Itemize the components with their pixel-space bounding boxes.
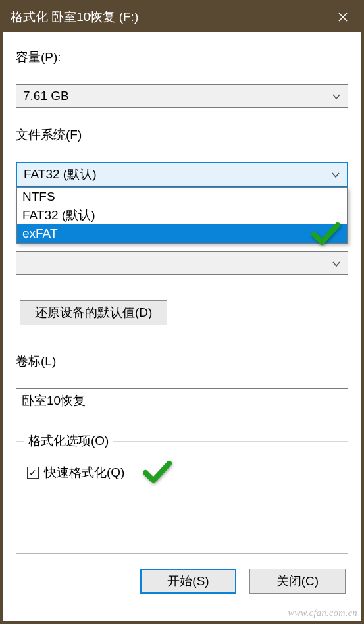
close-button[interactable]: 关闭(C) — [249, 569, 346, 594]
close-icon — [338, 13, 348, 22]
annotation-check-icon — [143, 461, 172, 483]
window-close-button[interactable] — [325, 3, 361, 32]
allocation-dropdown[interactable] — [16, 251, 348, 275]
divider — [16, 553, 348, 554]
volume-label: 卷标(L) — [16, 353, 348, 370]
titlebar: 格式化 卧室10恢复 (F:) — [3, 3, 361, 32]
chevron-down-icon — [332, 89, 341, 103]
filesystem-value: FAT32 (默认) — [24, 166, 97, 183]
capacity-dropdown[interactable]: 7.61 GB — [16, 84, 348, 108]
filesystem-option-fat32[interactable]: FAT32 (默认) — [17, 206, 347, 224]
quick-format-label: 快速格式化(Q) — [44, 464, 124, 481]
format-options-legend: 格式化选项(O) — [24, 432, 113, 450]
filesystem-option-ntfs[interactable]: NTFS — [17, 188, 347, 206]
chevron-down-icon — [331, 167, 340, 182]
chevron-down-icon — [332, 256, 341, 271]
watermark: www.cfan.com.cn — [288, 608, 357, 619]
filesystem-dropdown[interactable]: FAT32 (默认) NTFS FAT32 (默认) exFAT — [16, 162, 348, 187]
format-options-group: 格式化选项(O) ✓ 快速格式化(Q) — [16, 441, 348, 521]
capacity-value: 7.61 GB — [23, 89, 69, 103]
checkbox-checked-icon: ✓ — [27, 467, 39, 479]
filesystem-label: 文件系统(F) — [16, 126, 348, 143]
capacity-label: 容量(P): — [16, 49, 348, 66]
filesystem-option-exfat[interactable]: exFAT — [17, 224, 347, 243]
filesystem-dropdown-panel: NTFS FAT32 (默认) exFAT — [16, 187, 348, 244]
quick-format-checkbox[interactable]: ✓ 快速格式化(Q) — [27, 464, 337, 481]
start-button[interactable]: 开始(S) — [140, 569, 236, 594]
restore-defaults-button[interactable]: 还原设备的默认值(D) — [20, 300, 167, 325]
annotation-check-icon — [311, 222, 340, 245]
volume-input[interactable] — [16, 388, 348, 413]
action-row: 开始(S) 关闭(C) — [16, 569, 348, 594]
window-title: 格式化 卧室10恢复 (F:) — [11, 9, 138, 26]
